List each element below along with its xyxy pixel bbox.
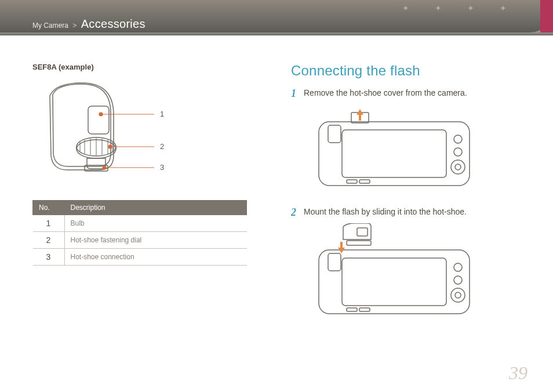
parts-row-desc: Hot-shoe fastening dial — [64, 232, 247, 249]
step-text: Remove the hot-shoe cover from the camer… — [304, 88, 467, 97]
svg-rect-31 — [328, 253, 341, 271]
svg-rect-26 — [359, 180, 370, 183]
parts-row-no: 3 — [33, 249, 65, 266]
left-column: SEF8A (example) — [32, 63, 262, 375]
callout-2: 2 — [160, 142, 164, 151]
flash-unit-diagram: 1 2 3 — [32, 78, 189, 188]
svg-rect-17 — [319, 122, 470, 186]
svg-rect-36 — [347, 308, 357, 311]
breadcrumb: My Camera > Accessories — [32, 17, 145, 31]
parts-row-desc: Hot-shoe connection — [64, 249, 247, 266]
parts-row-desc: Bulb — [64, 215, 247, 232]
svg-point-34 — [451, 288, 465, 302]
callout-1: 1 — [160, 110, 164, 118]
callout-3: 3 — [160, 163, 164, 172]
svg-rect-20 — [328, 125, 341, 143]
breadcrumb-current: Accessories — [81, 17, 145, 30]
svg-rect-18 — [342, 130, 446, 177]
camera-illustration-2 — [301, 223, 521, 324]
svg-rect-28 — [347, 241, 371, 245]
svg-point-22 — [454, 148, 462, 156]
step-text: Mount the flash by sliding it into the h… — [304, 207, 467, 216]
svg-rect-37 — [359, 308, 370, 311]
page-number: 39 — [509, 362, 527, 384]
right-column: Connecting the flash Remove the hot-shoe… — [291, 63, 521, 375]
table-row: 3 Hot-shoe connection — [33, 249, 247, 266]
svg-point-33 — [454, 276, 462, 284]
breadcrumb-separator: > — [72, 21, 77, 30]
breadcrumb-parent: My Camera — [32, 21, 68, 30]
example-title: SEF8A (example) — [32, 63, 262, 71]
svg-rect-29 — [319, 250, 470, 314]
svg-rect-30 — [342, 258, 446, 306]
parts-head-no: No. — [33, 201, 65, 215]
svg-point-21 — [454, 135, 462, 143]
steps-list: Remove the hot-shoe cover from the camer… — [291, 88, 521, 324]
svg-rect-27 — [357, 228, 368, 236]
svg-rect-0 — [88, 106, 109, 134]
parts-table: No. Description 1 Bulb 2 Hot-shoe fasten… — [32, 200, 247, 266]
accent-stripe — [540, 0, 553, 32]
parts-row-no: 1 — [33, 215, 65, 232]
svg-point-32 — [454, 263, 462, 271]
table-row: 1 Bulb — [33, 215, 247, 232]
step-item: Remove the hot-shoe cover from the camer… — [291, 88, 521, 193]
step-item: Mount the flash by sliding it into the h… — [291, 207, 521, 324]
parts-row-no: 2 — [33, 232, 65, 249]
svg-point-35 — [455, 292, 461, 298]
decorative-sparkles: ✦ ✦ ✦ ✦ — [402, 3, 518, 13]
parts-head-desc: Description — [64, 201, 247, 215]
svg-point-24 — [455, 164, 461, 170]
svg-rect-25 — [347, 180, 357, 183]
section-heading: Connecting the flash — [291, 63, 521, 79]
table-row: 2 Hot-shoe fastening dial — [33, 232, 247, 249]
svg-point-23 — [451, 160, 465, 174]
camera-illustration-1 — [301, 104, 521, 193]
header-banner: ✦ ✦ ✦ ✦ My Camera > Accessories — [0, 0, 553, 45]
